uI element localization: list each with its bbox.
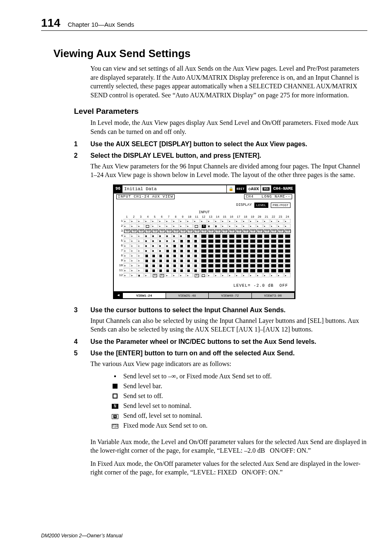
send-cell[interactable] — [194, 244, 200, 248]
send-cell[interactable] — [235, 239, 242, 243]
send-cell[interactable] — [235, 244, 242, 248]
send-cell[interactable] — [145, 219, 151, 223]
send-cell[interactable] — [145, 263, 151, 267]
send-cell[interactable] — [159, 234, 165, 238]
send-cell[interactable] — [242, 239, 249, 243]
send-cell[interactable] — [124, 224, 130, 228]
send-cell[interactable] — [221, 273, 228, 277]
send-cell[interactable] — [201, 273, 207, 277]
send-cell[interactable] — [145, 244, 151, 248]
send-cell[interactable] — [138, 249, 144, 253]
send-cell[interactable] — [249, 263, 256, 267]
send-cell[interactable] — [138, 229, 144, 233]
send-cell[interactable] — [173, 224, 179, 228]
send-cell[interactable] — [208, 258, 214, 263]
send-cell[interactable] — [263, 253, 270, 258]
send-cell[interactable] — [214, 229, 221, 233]
send-cell[interactable] — [263, 234, 270, 238]
send-cell[interactable] — [263, 244, 270, 248]
send-cell[interactable] — [180, 273, 186, 277]
send-cell[interactable] — [277, 219, 284, 223]
send-cell[interactable] — [242, 258, 249, 263]
send-cell[interactable] — [124, 239, 130, 243]
send-cell[interactable] — [214, 239, 221, 243]
send-cell[interactable] — [249, 244, 256, 248]
send-cell[interactable] — [270, 229, 277, 233]
send-cell[interactable] — [256, 249, 263, 253]
send-cell[interactable] — [221, 234, 228, 238]
send-cell[interactable] — [187, 219, 193, 223]
send-cell[interactable] — [152, 258, 158, 263]
send-cell[interactable] — [249, 224, 256, 228]
send-cell[interactable] — [201, 249, 207, 253]
send-cell[interactable] — [180, 229, 186, 233]
send-cell[interactable] — [159, 219, 165, 223]
send-cell[interactable] — [201, 239, 207, 243]
send-cell[interactable] — [221, 224, 228, 228]
send-cell[interactable] — [145, 234, 151, 238]
send-cell[interactable] — [152, 268, 158, 272]
send-cell[interactable] — [138, 234, 144, 238]
send-cell[interactable] — [242, 253, 249, 258]
send-cell[interactable] — [173, 219, 179, 223]
send-cell[interactable] — [194, 263, 200, 267]
send-cell[interactable] — [152, 273, 158, 277]
send-cell[interactable] — [131, 229, 137, 233]
send-cell[interactable] — [214, 273, 221, 277]
send-cell[interactable] — [173, 253, 179, 258]
send-cell[interactable] — [152, 219, 158, 223]
send-cell[interactable] — [131, 224, 137, 228]
send-cell[interactable] — [194, 224, 200, 228]
send-cell[interactable] — [208, 249, 214, 253]
send-cell[interactable] — [263, 219, 270, 223]
send-cell[interactable] — [124, 249, 130, 253]
send-cell[interactable] — [270, 268, 277, 272]
send-cell[interactable] — [131, 263, 137, 267]
send-cell[interactable] — [284, 249, 291, 253]
send-cell[interactable] — [249, 258, 256, 263]
send-cell[interactable] — [256, 273, 263, 277]
send-cell[interactable] — [187, 239, 193, 243]
send-cell[interactable] — [145, 229, 151, 233]
send-cell[interactable] — [208, 224, 214, 228]
send-cell[interactable] — [194, 229, 200, 233]
send-cell[interactable] — [173, 229, 179, 233]
send-cell[interactable] — [124, 258, 130, 263]
send-cell[interactable] — [201, 253, 207, 258]
send-cell[interactable] — [131, 258, 137, 263]
send-cell[interactable] — [180, 253, 186, 258]
send-cell[interactable] — [131, 234, 137, 238]
send-cell[interactable] — [221, 239, 228, 243]
send-cell[interactable] — [180, 249, 186, 253]
send-cell[interactable] — [145, 239, 151, 243]
send-cell[interactable] — [228, 224, 235, 228]
send-cell[interactable] — [208, 263, 214, 267]
send-cell[interactable] — [242, 249, 249, 253]
send-cell[interactable] — [131, 219, 137, 223]
send-cell[interactable] — [256, 268, 263, 272]
send-cell[interactable] — [228, 244, 235, 248]
send-cell[interactable] — [159, 249, 165, 253]
send-cell[interactable] — [173, 234, 179, 238]
send-cell[interactable] — [242, 263, 249, 267]
send-cell[interactable] — [180, 244, 186, 248]
send-cell[interactable] — [242, 224, 249, 228]
send-cell[interactable] — [173, 268, 179, 272]
send-cell[interactable] — [159, 244, 165, 248]
send-cell[interactable] — [235, 229, 242, 233]
prepost-button[interactable]: PRE/POST — [271, 203, 291, 208]
send-cell[interactable] — [235, 249, 242, 253]
send-cell[interactable] — [138, 263, 144, 267]
send-cell[interactable] — [173, 244, 179, 248]
send-cell[interactable] — [208, 234, 214, 238]
tab-view1-24[interactable]: VIEW1-24 — [123, 293, 166, 298]
send-cell[interactable] — [173, 263, 179, 267]
scroll-left-icon[interactable]: ◀ — [114, 292, 123, 298]
send-cell[interactable] — [221, 258, 228, 263]
send-cell[interactable] — [159, 239, 165, 243]
send-cell[interactable] — [284, 219, 291, 223]
send-cell[interactable] — [208, 268, 214, 272]
send-cell[interactable] — [194, 268, 200, 272]
send-cell[interactable] — [152, 263, 158, 267]
send-cell[interactable] — [256, 229, 263, 233]
